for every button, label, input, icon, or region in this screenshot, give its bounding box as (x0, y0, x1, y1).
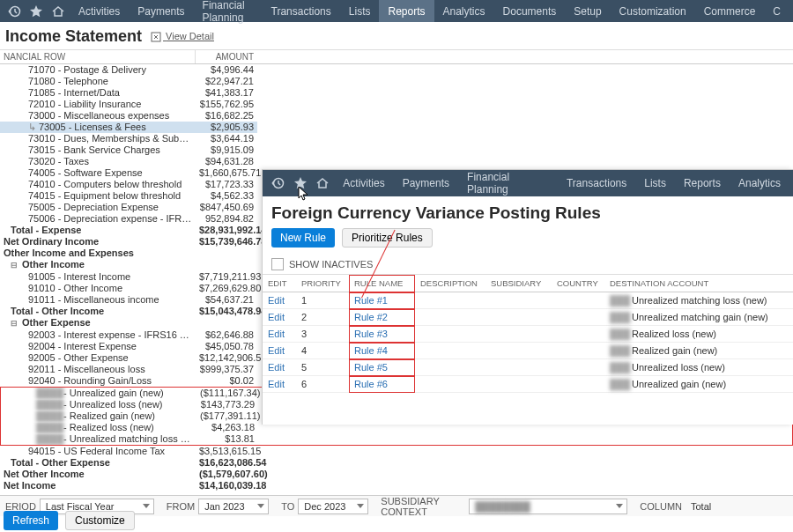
row-label: Total - Expense (11, 225, 81, 235)
row-amount: $847,450.69 (196, 202, 257, 213)
edit-link[interactable]: Edit (263, 376, 296, 393)
report-row[interactable]: 94015 - US Federal Income Tax$3,513,615.… (0, 446, 793, 457)
edit-link[interactable]: Edit (263, 326, 296, 343)
show-inactives-label: SHOW INACTIVES (289, 259, 373, 270)
to-select[interactable]: Dec 2023 (298, 499, 368, 514)
nav-item-customization[interactable]: Customization (611, 0, 695, 22)
row-amount: ($1,579,607.60) (196, 469, 257, 480)
report-row[interactable]: Net Other Income($1,579,607.60) (0, 469, 793, 480)
description-cell (415, 376, 485, 393)
nav-item-documents[interactable]: Documents (494, 0, 566, 22)
report-row[interactable]: Net Income$14,160,039.18 (0, 480, 793, 491)
history-icon[interactable] (5, 2, 24, 21)
overlay-title: Foreign Currency Variance Posting Rules (271, 203, 784, 223)
view-detail-text: View Detail (166, 31, 214, 41)
description-cell (415, 343, 485, 359)
column-select[interactable]: Total (686, 499, 782, 514)
star-icon[interactable] (291, 174, 310, 193)
nav-item-setup[interactable]: Setup (565, 0, 610, 22)
nav-item-c[interactable]: C (764, 0, 789, 22)
subctx-select[interactable]: ████████ (469, 499, 627, 514)
rule-name-link[interactable]: Rule #6 (349, 376, 415, 393)
report-row[interactable]: ↳73005 - Licenses & Fees$2,905.93 (0, 122, 793, 133)
rules-row: Edit3Rule #3███ Realized loss (new) (263, 326, 793, 343)
overlay-nav-payments[interactable]: Payments (394, 173, 458, 195)
edit-link[interactable]: Edit (263, 343, 296, 359)
subctx-label: SUBSIDIARY CONTEXT (381, 496, 465, 517)
overlay-nav-activities[interactable]: Activities (334, 173, 393, 195)
rules-col-rule-name: RULE NAME (349, 275, 415, 292)
customize-button[interactable]: Customize (65, 511, 135, 530)
report-row[interactable]: 73000 - Miscellaneous expenses$16,682.25 (0, 110, 793, 122)
overlay-nav-financial-planning[interactable]: Financial Planning (458, 173, 558, 195)
destination-cell: ███ Unrealized loss (new) (604, 359, 793, 376)
row-amount: $15,739,646.78 (196, 236, 257, 248)
collapse-icon[interactable]: ⊟ (11, 318, 19, 329)
row-label: Total - Other Expense (11, 457, 110, 468)
row-label: 92003 - Interest expense - IFRS16 non ca… (28, 329, 196, 340)
rules-col-edit: EDIT (263, 275, 296, 292)
row-amount (196, 248, 257, 259)
overlay-nav-reports[interactable]: Reports (675, 173, 730, 195)
rule-name-link[interactable]: Rule #5 (349, 359, 415, 376)
row-label: 91010 - Other Income (28, 283, 122, 293)
rule-name-link[interactable]: Rule #1 (349, 292, 415, 309)
country-cell (552, 309, 604, 326)
edit-link[interactable]: Edit (263, 292, 296, 309)
destination-cell: ███ Realized gain (new) (604, 343, 793, 359)
priority-cell: 2 (296, 309, 349, 326)
edit-link[interactable]: Edit (263, 359, 296, 376)
row-amount: $13.81 (196, 433, 258, 445)
row-amount: $1,660,675.71 (196, 167, 257, 179)
row-amount: $54,637.21 (196, 294, 257, 306)
report-row[interactable]: ████ - Unrealized matching loss (new)$13… (1, 433, 792, 445)
overlay-nav-analytics[interactable]: Analytics (730, 173, 789, 195)
from-select[interactable]: Jan 2023 (198, 499, 269, 514)
report-row[interactable]: Total - Other Expense$16,623,086.54 (0, 457, 793, 469)
nav-item-financial-planning[interactable]: Financial Planning (194, 0, 263, 22)
description-cell (415, 292, 485, 309)
report-row[interactable]: 71080 - Telephone$22,947.21 (0, 76, 793, 87)
nav-item-analytics[interactable]: Analytics (434, 0, 494, 22)
rule-name-link[interactable]: Rule #3 (349, 326, 415, 343)
report-row[interactable]: 73015 - Bank Service Charges$9,915.09 (0, 144, 793, 156)
report-row[interactable]: 73020 - Taxes$94,631.28 (0, 156, 793, 167)
edit-link[interactable]: Edit (263, 309, 296, 326)
report-row[interactable]: 71085 - Internet/Data$41,383.17 (0, 87, 793, 99)
row-label: 92040 - Rounding Gain/Loss (28, 375, 152, 386)
row-amount: $3,513,615.15 (196, 446, 257, 457)
nav-item-activities[interactable]: Activities (70, 0, 129, 22)
show-inactives-checkbox[interactable] (271, 258, 284, 270)
row-amount: $14,160,039.18 (196, 480, 257, 491)
overlay-nav-transactions[interactable]: Transactions (558, 173, 635, 195)
home-icon[interactable] (314, 174, 333, 193)
destination-cell: ███ Unrealized matching gain (new) (604, 309, 793, 326)
nav-item-payments[interactable]: Payments (129, 0, 193, 22)
row-label: 92004 - Interest Expense (28, 341, 137, 351)
new-rule-button[interactable]: New Rule (271, 228, 335, 248)
report-row[interactable]: 72010 - Liability Insurance$155,762.95 (0, 99, 793, 110)
rule-name-link[interactable]: Rule #2 (349, 309, 415, 326)
refresh-button[interactable]: Refresh (4, 511, 58, 530)
row-label: 91005 - Interest Income (28, 271, 130, 282)
history-icon[interactable] (268, 174, 287, 193)
row-amount (196, 259, 257, 271)
row-amount: $7,719,211.93 (196, 271, 257, 283)
row-amount: $3,644.19 (196, 133, 257, 144)
row-label: Total - Other Income (11, 306, 104, 316)
home-icon[interactable] (49, 2, 68, 21)
collapse-icon[interactable]: ⊟ (11, 260, 19, 271)
star-icon[interactable] (27, 2, 46, 21)
report-row[interactable]: 71070 - Postage & Delivery$4,996.44 (0, 64, 793, 76)
overlay-nav-lists[interactable]: Lists (635, 173, 675, 195)
row-amount: $7,269,629.80 (196, 283, 257, 294)
nav-item-commerce[interactable]: Commerce (695, 0, 765, 22)
view-detail-link[interactable]: View Detail (151, 31, 214, 42)
nav-item-lists[interactable]: Lists (340, 0, 380, 22)
report-row[interactable]: 73010 - Dues, Memberships & Subscription… (0, 133, 793, 144)
rule-name-link[interactable]: Rule #4 (349, 343, 415, 359)
subsidiary-cell (485, 309, 552, 326)
page-title: Income Statement (5, 27, 142, 46)
nav-item-reports[interactable]: Reports (379, 0, 434, 22)
nav-item-transactions[interactable]: Transactions (263, 0, 340, 22)
